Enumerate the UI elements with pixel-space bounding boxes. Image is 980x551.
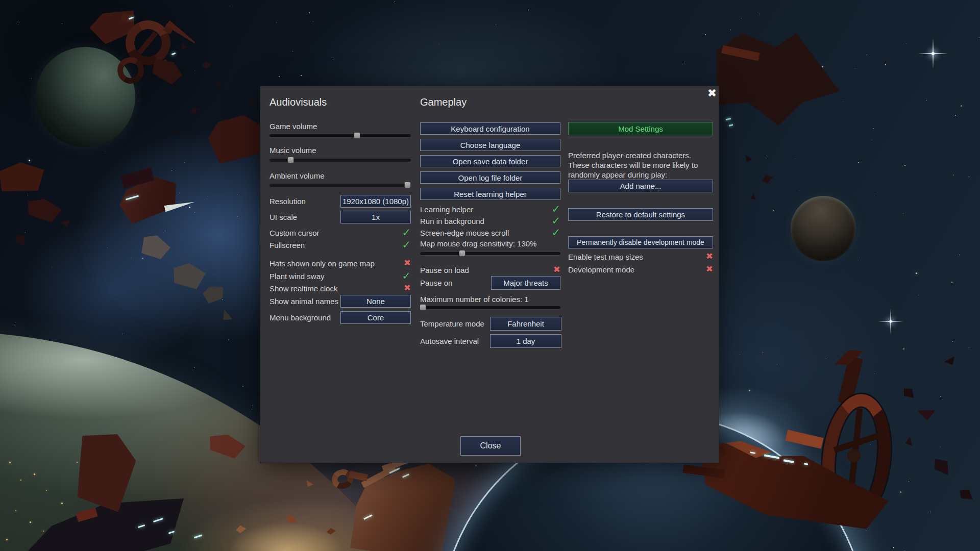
toggle-label: Learning helper (420, 205, 473, 214)
reset-learning-helper-button[interactable]: Reset learning helper (420, 188, 560, 200)
menu-background-label: Menu background (270, 314, 331, 322)
slider-thumb[interactable] (459, 250, 465, 257)
city-light (6, 539, 8, 540)
cross-icon[interactable]: ✖ (706, 264, 713, 274)
slider-track (420, 252, 560, 255)
audiovisuals-title: Audiovisuals (270, 96, 327, 108)
music-volume-slider[interactable] (270, 157, 411, 164)
test-map-sizes-toggle[interactable]: Enable test map sizes✖ (568, 251, 713, 262)
drag-sensitivity-label: Map mouse drag sensitivity: 130% (420, 240, 536, 248)
cross-icon[interactable]: ✖ (706, 252, 713, 262)
toggle-label: Pause on load (420, 266, 469, 274)
toggle-label: Custom cursor (270, 229, 320, 237)
autosave-interval-button[interactable]: 1 day (490, 334, 561, 348)
add-name-button[interactable]: Add name... (568, 180, 713, 192)
screen: ✖ Audiovisuals Game volume Music volume … (0, 0, 980, 551)
cross-icon[interactable]: ✖ (404, 258, 411, 268)
ambient-volume-slider[interactable] (270, 182, 411, 189)
learning-helper-toggle[interactable]: Learning helper✓ (420, 204, 560, 215)
resolution-label: Resolution (270, 197, 306, 206)
toggle-label: Development mode (568, 265, 634, 274)
city-light (15, 510, 16, 511)
wreck-wheel-hub (847, 449, 861, 462)
animal-names-label: Show animal names (270, 297, 338, 306)
gameplay-title: Gameplay (420, 96, 467, 108)
planet-brown (791, 196, 856, 261)
toggle-label: Plant wind sway (270, 272, 325, 281)
city-light (9, 462, 11, 463)
slider-thumb[interactable] (420, 304, 426, 311)
city-light (20, 480, 21, 481)
checkmark-icon[interactable]: ✓ (402, 271, 411, 281)
restore-defaults-button[interactable]: Restore to default settings (568, 208, 713, 221)
keyboard-configuration-button[interactable]: Keyboard configuration (420, 122, 560, 135)
toggle-label: Fullscreen (270, 241, 305, 249)
toggle-label: Show realtime clock (270, 284, 337, 293)
autosave-interval-label: Autosave interval (420, 337, 479, 345)
max-colonies-label: Maximum number of colonies: 1 (420, 295, 529, 304)
pause-on-label: Pause on (420, 279, 452, 287)
realtime-clock-toggle[interactable]: Show realtime clock✖ (270, 283, 411, 294)
ui-scale-button[interactable]: 1x (340, 211, 411, 223)
city-light (43, 531, 44, 532)
animal-names-button[interactable]: None (340, 295, 411, 308)
close-icon[interactable]: ✖ (704, 86, 720, 101)
run-in-background-toggle[interactable]: Run in background✓ (420, 215, 560, 227)
checkmark-icon[interactable]: ✓ (551, 204, 560, 214)
preferred-characters-text: Preferred player-created characters. The… (568, 151, 714, 180)
city-light (34, 473, 35, 475)
checkmark-icon[interactable]: ✓ (402, 228, 411, 238)
plant-wind-sway-toggle[interactable]: Plant wind sway✓ (270, 270, 411, 282)
mod-settings-button[interactable]: Mod Settings (568, 122, 713, 135)
slider-track (270, 184, 411, 187)
custom-cursor-toggle[interactable]: Custom cursor✓ (270, 227, 411, 238)
temperature-mode-label: Temperature mode (420, 320, 484, 328)
drag-sensitivity-slider[interactable] (420, 250, 560, 257)
fullscreen-toggle[interactable]: Fullscreen✓ (270, 239, 411, 251)
slider-track (270, 134, 411, 137)
max-colonies-slider[interactable] (420, 304, 560, 311)
pause-on-load-toggle[interactable]: Pause on load✖ (420, 264, 560, 276)
toggle-label: Screen-edge mouse scroll (420, 229, 509, 237)
development-mode-toggle[interactable]: Development mode✖ (568, 264, 713, 275)
resolution-button[interactable]: 980x551 (1080p) (340, 195, 411, 208)
screen-edge-scroll-toggle[interactable]: Screen-edge mouse scroll✓ (420, 227, 560, 238)
checkmark-icon[interactable]: ✓ (551, 228, 560, 238)
ambient-volume-label: Ambient volume (270, 172, 325, 180)
disable-dev-mode-button[interactable]: Permanently disable development mode (568, 236, 713, 248)
open-save-data-folder-button[interactable]: Open save data folder (420, 155, 560, 167)
close-button[interactable]: Close (460, 436, 521, 456)
pause-on-button[interactable]: Major threats (491, 276, 560, 290)
slider-thumb[interactable] (354, 132, 360, 139)
checkmark-icon[interactable]: ✓ (551, 216, 560, 226)
toggle-label: Enable test map sizes (568, 253, 643, 261)
cross-icon[interactable]: ✖ (553, 265, 560, 275)
city-light (30, 521, 31, 523)
open-log-file-folder-button[interactable]: Open log file folder (420, 171, 560, 184)
slider-thumb[interactable] (404, 182, 411, 188)
slider-track (420, 306, 560, 309)
checkmark-icon[interactable]: ✓ (402, 240, 411, 250)
menu-background-button[interactable]: Core (340, 311, 411, 324)
slider-thumb[interactable] (287, 157, 294, 163)
game-volume-label: Game volume (270, 122, 317, 131)
choose-language-button[interactable]: Choose language (420, 139, 560, 151)
temperature-mode-button[interactable]: Fahrenheit (490, 317, 561, 331)
toggle-label: Run in background (420, 217, 484, 226)
toggle-label: Hats shown only on game map (270, 259, 375, 268)
city-light (46, 490, 47, 491)
city-light (61, 503, 63, 504)
music-volume-label: Music volume (270, 146, 316, 155)
hats-game-map-toggle[interactable]: Hats shown only on game map✖ (270, 258, 411, 269)
ui-scale-label: UI scale (270, 213, 297, 221)
game-volume-slider[interactable] (270, 132, 411, 139)
cross-icon[interactable]: ✖ (404, 283, 411, 293)
city-light (77, 462, 78, 463)
options-dialog: ✖ Audiovisuals Game volume Music volume … (260, 86, 719, 463)
